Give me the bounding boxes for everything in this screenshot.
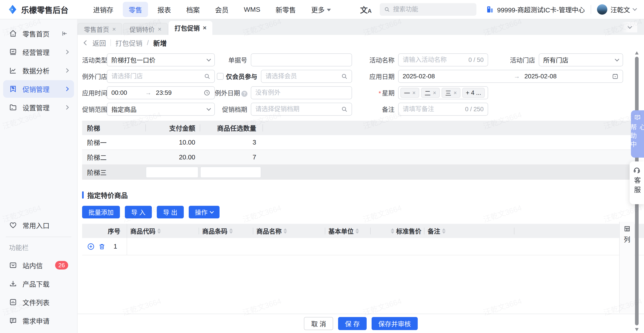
nav-item-huiyuan[interactable]: 会员 bbox=[209, 2, 234, 17]
nav-item-xinlingshou[interactable]: 新零售 bbox=[270, 2, 302, 17]
sidebar-item-settings-mgmt[interactable]: 设置管理 bbox=[3, 99, 74, 116]
close-icon[interactable]: × bbox=[112, 26, 116, 33]
collapse-sidebar-icon[interactable] bbox=[61, 30, 68, 37]
exception-date-field[interactable] bbox=[251, 86, 352, 99]
nav-item-lingshou[interactable]: 零售 bbox=[123, 2, 148, 17]
sidebar-item-request[interactable]: 需求申请 bbox=[3, 312, 74, 329]
activity-type-select[interactable]: 阶梯打包一口价 bbox=[107, 53, 215, 66]
tab-list-dropdown[interactable] bbox=[622, 22, 637, 33]
table-row[interactable]: 阶梯一 10.00 3 bbox=[82, 135, 634, 150]
col-product-name[interactable]: 商品名称 bbox=[253, 224, 325, 238]
apply-date-range[interactable]: 2025-02-08 → 2025-02-08 bbox=[398, 70, 623, 83]
user-menu[interactable]: 汪乾文 bbox=[597, 4, 636, 15]
customer-service-button[interactable]: 客服 bbox=[630, 161, 644, 204]
operations-dropdown-button[interactable]: 操作 bbox=[189, 206, 220, 218]
table-row[interactable]: 阶梯二 20.00 7 bbox=[82, 150, 634, 165]
remove-chip-icon[interactable]: × bbox=[454, 90, 457, 96]
cell-product-code[interactable] bbox=[127, 238, 199, 255]
activity-name-field[interactable]: 0 / 50 bbox=[398, 53, 488, 66]
ladder-amount-input[interactable] bbox=[146, 167, 198, 178]
nav-item-baobiao[interactable]: 报表 bbox=[152, 2, 177, 17]
member-select-field[interactable] bbox=[261, 70, 352, 83]
promo-schedule-field[interactable] bbox=[251, 103, 352, 116]
sort-icon[interactable] bbox=[442, 228, 446, 234]
ladder-qty-input[interactable] bbox=[200, 167, 261, 178]
help-center-button[interactable]: 帮助中心 bbox=[631, 110, 644, 158]
save-button[interactable]: 保 存 bbox=[338, 317, 366, 330]
weekday-chip-mon[interactable]: 一 × bbox=[400, 88, 419, 98]
table-row[interactable]: 1 bbox=[82, 238, 644, 255]
global-search[interactable] bbox=[380, 3, 476, 16]
weekday-chip-wed[interactable]: 三 × bbox=[442, 88, 460, 98]
exception-date-input[interactable] bbox=[255, 89, 348, 96]
exception-store-field[interactable] bbox=[107, 70, 215, 83]
help-question-icon[interactable]: ? bbox=[241, 91, 248, 97]
member-only-checkbox[interactable] bbox=[217, 73, 224, 80]
col-product-code[interactable]: 商品代码 bbox=[127, 224, 199, 238]
sidebar-item-data-analysis[interactable]: 数据分析 bbox=[3, 62, 74, 79]
col-barcode[interactable]: 商品条码 bbox=[199, 224, 253, 238]
save-and-audit-button[interactable]: 保存并审核 bbox=[372, 317, 418, 330]
doc-no-input[interactable] bbox=[255, 56, 348, 64]
import-button[interactable]: 导 入 bbox=[125, 206, 152, 218]
remove-chip-icon[interactable]: × bbox=[433, 90, 436, 96]
col-base-unit[interactable]: 基本单位 bbox=[325, 224, 371, 238]
col-standard-price[interactable]: 标准售价 bbox=[371, 224, 424, 238]
table-row-editing[interactable]: 阶梯三 bbox=[82, 165, 634, 180]
language-switch-icon[interactable]: 文A bbox=[360, 4, 372, 15]
apply-time-start[interactable]: 00:00 bbox=[111, 89, 127, 96]
batch-add-button[interactable]: 批量添加 bbox=[82, 206, 120, 218]
sort-icon[interactable] bbox=[284, 228, 287, 234]
promo-schedule-input[interactable] bbox=[255, 106, 338, 113]
add-row-icon[interactable] bbox=[87, 243, 95, 250]
sidebar-item-product-download[interactable]: 产品下载 bbox=[3, 275, 74, 292]
column-grid-icon[interactable] bbox=[624, 225, 630, 232]
weekday-chips[interactable]: 一 × 二 × 三 × + 4 ... bbox=[398, 86, 488, 99]
tab-promo-special[interactable]: 促销特价 × bbox=[123, 23, 168, 35]
remove-chip-icon[interactable]: × bbox=[412, 90, 416, 96]
export-button[interactable]: 导 出 bbox=[157, 206, 184, 218]
col-remark[interactable]: 备注 bbox=[424, 224, 514, 238]
member-select-input[interactable] bbox=[266, 73, 338, 80]
tab-bundle-promo[interactable]: 打包促销 × bbox=[169, 21, 212, 35]
column-settings-strip[interactable]: 列 bbox=[619, 222, 634, 313]
close-icon[interactable]: × bbox=[203, 24, 206, 32]
nav-item-more[interactable]: 更多 bbox=[305, 2, 337, 17]
global-search-input[interactable] bbox=[393, 6, 472, 13]
activity-name-input[interactable] bbox=[403, 56, 466, 64]
weekday-chip-more[interactable]: + 4 ... bbox=[462, 88, 485, 98]
help-message-icon bbox=[634, 114, 641, 121]
sidebar-item-retail-home[interactable]: 零售首页 bbox=[3, 25, 74, 42]
delete-row-icon[interactable] bbox=[98, 243, 106, 250]
sidebar-item-favorites[interactable]: 常用入口 bbox=[3, 216, 74, 234]
doc-no-field[interactable] bbox=[251, 53, 352, 66]
cancel-button[interactable]: 取 消 bbox=[304, 317, 333, 330]
nav-item-jinxiaocun[interactable]: 进销存 bbox=[87, 2, 119, 17]
sort-icon[interactable] bbox=[157, 228, 161, 234]
scroll-up-arrow-icon[interactable] bbox=[635, 51, 638, 55]
apply-date-end[interactable]: 2025-02-08 bbox=[524, 73, 556, 80]
apply-time-end[interactable]: 23:59 bbox=[156, 89, 172, 96]
sort-icon[interactable] bbox=[391, 228, 394, 234]
exception-store-input[interactable] bbox=[111, 73, 201, 80]
nav-item-wms[interactable]: WMS bbox=[238, 3, 266, 16]
sidebar-item-file-list[interactable]: 文件列表 bbox=[3, 293, 74, 311]
scroll-down-arrow-icon[interactable] bbox=[635, 328, 638, 331]
close-icon[interactable]: × bbox=[158, 26, 161, 33]
apply-time-range[interactable]: 00:00 → 23:59 bbox=[107, 86, 215, 99]
tab-retail-home[interactable]: 零售首页 × bbox=[78, 23, 122, 35]
apply-date-start[interactable]: 2025-02-08 bbox=[403, 73, 435, 80]
sidebar-item-promotion-mgmt[interactable]: 促销管理 bbox=[3, 80, 74, 98]
back-button[interactable]: 返回 bbox=[92, 38, 106, 48]
sidebar-item-inbox[interactable]: 站内信 26 bbox=[3, 256, 74, 274]
nav-item-dangan[interactable]: 档案 bbox=[180, 2, 206, 17]
sidebar-item-business-mgmt[interactable]: 经营管理 bbox=[3, 43, 74, 61]
remark-input[interactable] bbox=[403, 106, 462, 113]
activity-store-select[interactable]: 所有门店 bbox=[539, 53, 623, 66]
weekday-chip-tue[interactable]: 二 × bbox=[421, 88, 440, 98]
store-selector[interactable]: 99999-商超测试IC卡-管理中心 bbox=[486, 5, 585, 14]
sort-icon[interactable] bbox=[229, 228, 233, 234]
sort-icon[interactable] bbox=[356, 228, 359, 234]
promo-scope-select[interactable]: 指定商品 bbox=[107, 103, 215, 116]
remark-field[interactable]: 0 / 250 bbox=[398, 103, 488, 116]
